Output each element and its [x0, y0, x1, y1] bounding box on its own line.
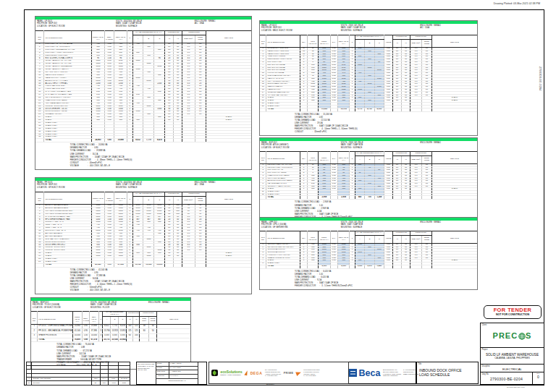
- schedule-grid: PHASE CONNECTED LOAD (VA)PROTECTIONCONDU…: [260, 231, 477, 269]
- schedule-info-line: MOUNTING : FLOOR: [90, 307, 148, 310]
- schedule-grid: PHASE CONNECTED LOAD (VA)PROTECTIONCONDU…: [31, 311, 190, 342]
- cell: 1,200: [365, 265, 374, 268]
- schedule-info-line: AIC : 10kA: [420, 27, 476, 30]
- schedule-summary: TOTAL CONNECTED LOAD : 6,020 VADEMAND FA…: [260, 269, 477, 290]
- column-header: REMARKS: [431, 156, 477, 164]
- column-header: COND. (mmØ): [195, 35, 206, 43]
- cell: TOTAL: [266, 196, 300, 200]
- load-schedule-elp-ido: PANEL : ELP-IDOFED FROM : ATS-E (GENSET)…: [259, 137, 478, 221]
- beca-address-line: NZBN 9429031608556: [403, 373, 418, 375]
- schedule-info-column: PANEL : MDP-IDOFED FROM : TX-IDO (100kVA…: [33, 302, 90, 310]
- column-header: COND. (mmØ): [422, 40, 431, 48]
- prime-logo: PRIME: [284, 372, 294, 375]
- column-header: REMARKS: [431, 40, 477, 48]
- ecosolutions-tagline: ENERGY & ENVIRONMENT: [221, 374, 243, 375]
- cell: [174, 263, 182, 267]
- cell: [422, 108, 431, 111]
- cell: 25,711: [103, 338, 111, 342]
- cell: [384, 196, 393, 200]
- column-header: C: [374, 236, 384, 244]
- client-label: Client: [482, 324, 487, 326]
- cell: TOTAL: [44, 139, 92, 142]
- column-header: B: [365, 156, 374, 164]
- cell: 1,268: [374, 196, 384, 200]
- cell: [393, 108, 402, 111]
- column-group-header: [31, 312, 38, 317]
- cell: 15,246: [319, 108, 330, 111]
- approval-name: M. TANAKA: [169, 375, 198, 378]
- cell: [422, 196, 431, 200]
- cell: 2,908: [337, 196, 349, 200]
- column-group-header: CONDUCTOR: [140, 312, 157, 317]
- schedule-info-line: MOUNTING : SURFACE: [116, 25, 195, 28]
- column-header: B: [143, 35, 154, 43]
- cell: [127, 139, 132, 142]
- schedule-info-line: ENCLOSURE : NEMA 1: [420, 221, 476, 224]
- schedule-total-row: TOTAL15,24612,5145,7104,7684,968: [260, 108, 477, 111]
- discipline-label: Discipline: [482, 365, 490, 367]
- column-header: CKT NO.: [35, 35, 44, 43]
- cell: 13,923: [143, 263, 154, 267]
- schedule-info: PANEL : ELP-IDOFED FROM : ATS-E (GENSET)…: [260, 141, 477, 152]
- revision-table: 0ISSUED FOR TENDERJDCRAVMGT26.02.21No.Re…: [26, 362, 130, 383]
- cell: [330, 108, 337, 111]
- cell: 1,440: [374, 265, 384, 268]
- rev-cell: Rev 0: [532, 372, 544, 384]
- column-header: LOAD DESCRIPTION: [266, 40, 300, 48]
- revision-cell: Chk: [100, 380, 108, 385]
- consultant-address-line: T: +63 2 8807 1100: [265, 375, 281, 377]
- column-header: SIZE (mm²): [182, 35, 195, 43]
- discipline-value: ELECTRICAL: [481, 367, 544, 371]
- project-box: Project SOLID LF AMBIENT WAREHOUSE CALAM…: [480, 347, 544, 365]
- schedule-info-column: ENCLOSURE : NEMA 1AIC : 10kA: [420, 25, 476, 34]
- column-header: QTY: [300, 40, 307, 48]
- column-header: C: [154, 197, 165, 205]
- column-header: COND. (mmØ): [422, 236, 431, 244]
- schedule-info-line: LOCATION : GF ELECT. ROOM: [33, 307, 90, 310]
- precos-logo: PRECS: [481, 331, 544, 340]
- cell: [165, 263, 174, 267]
- column-header: A: [355, 40, 364, 48]
- approval-rows: DrawnJ. DELA CRUZDesignR. VILLAMORDwg ch…: [156, 362, 198, 384]
- column-header: AT: [393, 156, 402, 164]
- cell: [350, 196, 355, 200]
- column-header: C: [154, 35, 165, 43]
- schedule-info: PANEL : PP-IDO1FED FROM : MDP-IDOLOCATIO…: [35, 181, 251, 192]
- revision-cell: Appd: [108, 380, 118, 385]
- cell: [195, 139, 206, 142]
- approval-name: J. DELA CRUZ: [169, 362, 198, 366]
- cell: 4,768: [365, 108, 374, 111]
- drawing-title-label: Title: [418, 363, 422, 365]
- cell: [260, 265, 266, 268]
- column-header: SIZE (mm²): [410, 40, 421, 48]
- cell: [422, 265, 431, 268]
- column-header: B: [111, 316, 119, 324]
- cell: [31, 338, 38, 342]
- column-header: DEM. LOAD (VA): [114, 35, 127, 43]
- column-header: D.F.: [330, 236, 337, 244]
- schedule-info: PANEL : MDP-IDOFED FROM : TX-IDO (100kVA…: [31, 301, 190, 312]
- cell: [384, 265, 393, 268]
- column-header: DEM. LOAD (VA): [114, 197, 127, 205]
- cell: TOTAL: [38, 338, 72, 342]
- column-header: C: [119, 316, 127, 324]
- column-header: D.F.: [330, 40, 337, 48]
- cell: [308, 196, 319, 200]
- micro-note-center: B1017244: [266, 383, 274, 385]
- schedule-info-column: ENCLOSURE : NEMA 1: [420, 221, 476, 230]
- schedule-info-column: PANEL : UPP-IDOFED FROM : UPS-1 (10kVA)L…: [261, 221, 341, 230]
- cell: [35, 139, 44, 142]
- precos-globe-icon: [518, 333, 526, 340]
- schedule-info-column: ENCLOSURE : NEMA 1: [148, 302, 189, 310]
- schedule-summary: TOTAL CONNECTED LOAD : 24,860 VADEMAND F…: [35, 142, 251, 169]
- column-header: AT: [393, 40, 402, 48]
- ecosolutions-logo: ecoSolutions ENERGY & ENVIRONMENT: [221, 370, 243, 375]
- schedule-info-line: AIC : 18kA: [195, 184, 250, 187]
- schedule-info-column: PANEL : LP-IDO2FED FROM : MDP-IDOLOCATIO…: [261, 25, 341, 34]
- precos-text-post: S: [526, 331, 531, 340]
- schedule-total-row: TOTAL41,5400.9037,38613,76613,92313,851: [35, 263, 251, 267]
- column-header: LOAD DESCRIPTION: [44, 197, 92, 205]
- column-header: QTY: [300, 236, 307, 244]
- schedule-info: PANEL : LP-IDO1FED FROM : MDP-IDOLOCATIO…: [35, 20, 251, 31]
- cell: 41,540: [91, 263, 104, 267]
